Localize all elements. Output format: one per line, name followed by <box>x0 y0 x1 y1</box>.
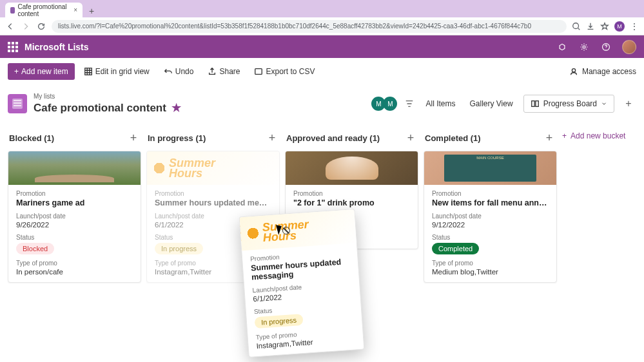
status-badge: In progress <box>155 243 203 254</box>
field-label: Launch/post date <box>432 213 549 220</box>
browser-toolbar: lists.live.com/?l=Cafe%20promotional%20c… <box>0 17 644 35</box>
bucket-title[interactable]: Completed (1) <box>425 133 481 143</box>
app-launcher-icon[interactable] <box>8 42 18 52</box>
add-bucket-button[interactable]: +Add new bucket <box>562 131 625 140</box>
presence-indicators[interactable]: M M <box>374 97 397 111</box>
status-badge: In progress <box>255 314 304 329</box>
settings-icon[interactable] <box>578 41 590 53</box>
user-avatar[interactable] <box>622 40 636 54</box>
bucket-title[interactable]: Blocked (1) <box>9 133 54 143</box>
svg-rect-4 <box>255 69 262 75</box>
field-label: Status <box>16 234 133 241</box>
command-bar: +Add new item Edit in grid view Undo Sha… <box>0 58 644 85</box>
export-csv-button[interactable]: Export to CSV <box>249 63 320 80</box>
status-badge: Blocked <box>16 243 54 254</box>
new-tab-button[interactable]: + <box>85 5 98 17</box>
browser-tab-strip: Cafe promotional content × + <box>0 0 644 17</box>
reload-button[interactable] <box>36 21 46 32</box>
field-value: 9/26/2022 <box>16 221 133 229</box>
bucket-completed: Completed (1) + MAIN COURSE Promotion Ne… <box>424 128 557 357</box>
list-header: My lists Cafe promotional content ★ M M … <box>0 85 644 122</box>
card-title: Mariners game ad <box>16 198 133 207</box>
card[interactable]: MAIN COURSE Promotion New items for fall… <box>424 151 557 283</box>
view-selector[interactable]: Progress Board <box>523 95 614 113</box>
view-all-items[interactable]: All Items <box>422 97 459 111</box>
install-icon[interactable] <box>586 22 595 31</box>
card[interactable]: Promotion Mariners game ad Launch/post d… <box>8 151 141 283</box>
svg-point-1 <box>583 46 585 48</box>
card-thumbnail: SummerHours <box>147 151 279 185</box>
field-value: Medium blog,Twitter <box>432 268 549 276</box>
add-bucket-column: +Add new bucket <box>562 128 625 357</box>
favorite-star-icon[interactable]: ★ <box>171 101 181 115</box>
bucket-blocked: Blocked (1) + Promotion Mariners game ad… <box>8 128 141 357</box>
tab-favicon <box>10 7 15 14</box>
field-label: Type of promo <box>16 260 133 267</box>
add-card-button[interactable]: + <box>404 131 417 144</box>
premium-icon[interactable] <box>556 41 568 53</box>
help-icon[interactable] <box>600 41 612 53</box>
add-item-button[interactable]: +Add new item <box>8 63 75 80</box>
field-label: Status <box>432 234 549 241</box>
address-bar[interactable]: lists.live.com/?l=Cafe%20promotional%20c… <box>52 20 567 33</box>
breadcrumb[interactable]: My lists <box>34 93 181 100</box>
filter-icon[interactable] <box>404 98 415 110</box>
bucket-title[interactable]: In progress (1) <box>148 133 206 143</box>
card-thumbnail <box>286 151 418 185</box>
field-label: Promotion <box>155 190 271 197</box>
edit-grid-button[interactable]: Edit in grid view <box>79 63 155 80</box>
svg-point-5 <box>572 69 575 72</box>
browser-tab[interactable]: Cafe promotional content × <box>5 3 83 17</box>
card-title: New items for fall menu annouc... <box>432 198 549 207</box>
add-view-button[interactable]: + <box>621 96 636 111</box>
undo-button[interactable]: Undo <box>159 63 199 80</box>
field-label: Type of promo <box>432 260 549 267</box>
close-tab-icon[interactable]: × <box>73 6 77 14</box>
card-thumbnail: MAIN COURSE <box>424 151 556 185</box>
field-label: Promotion <box>293 190 410 197</box>
field-value: 9/12/2022 <box>432 221 549 229</box>
list-icon <box>8 94 27 113</box>
dragging-card[interactable]: SummerHours Promotion Summer hours updat… <box>239 209 365 357</box>
add-card-button[interactable]: + <box>543 131 556 144</box>
app-title: Microsoft Lists <box>24 42 89 52</box>
browser-profile-avatar[interactable]: M <box>614 21 625 32</box>
field-label: Promotion <box>16 190 133 197</box>
card-thumbnail <box>8 151 141 185</box>
bookmark-icon[interactable] <box>600 22 609 31</box>
view-gallery[interactable]: Gallery View <box>465 97 516 111</box>
forward-button[interactable] <box>21 21 31 32</box>
presence-avatar[interactable]: M <box>383 97 397 111</box>
tab-title: Cafe promotional content <box>17 3 71 17</box>
add-card-button[interactable]: + <box>127 131 140 144</box>
svg-rect-3 <box>84 68 92 75</box>
field-label: Launch/post date <box>16 213 133 220</box>
svg-rect-7 <box>536 101 538 107</box>
card-thumbnail: SummerHours <box>240 209 356 251</box>
cursor-no-drop-icon <box>278 225 290 236</box>
card-title: "2 for 1" drink promo <box>293 198 410 207</box>
add-card-button[interactable]: + <box>266 131 278 144</box>
list-title: Cafe promotional content ★ <box>34 101 181 115</box>
share-button[interactable]: Share <box>202 63 245 80</box>
card-title: Summer hours updated messagi... <box>155 198 271 207</box>
url-text: lists.live.com/?l=Cafe%20promotional%20c… <box>58 23 531 30</box>
app-header: Microsoft Lists <box>0 35 644 58</box>
browser-menu-icon[interactable]: ⋮ <box>630 22 639 31</box>
bucket-title[interactable]: Approved and ready (1) <box>286 133 380 143</box>
field-value: In person/cafe <box>16 268 133 276</box>
field-label: Promotion <box>432 190 549 197</box>
svg-point-0 <box>573 23 579 28</box>
back-button[interactable] <box>5 21 15 32</box>
manage-access-button[interactable]: Manage access <box>569 67 636 76</box>
field-label: Status <box>254 301 353 316</box>
zoom-icon[interactable] <box>572 22 581 31</box>
svg-rect-6 <box>531 101 534 107</box>
status-badge: Completed <box>432 243 479 254</box>
